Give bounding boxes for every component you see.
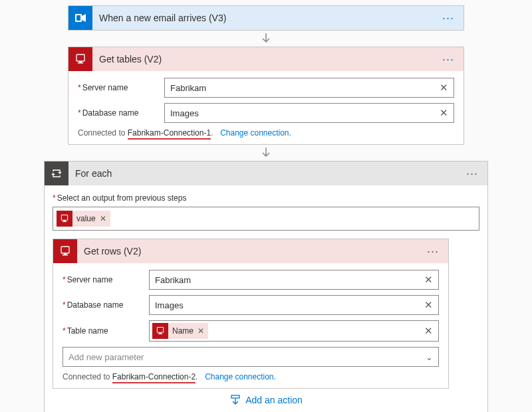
foreach-card: For each ··· *Select an output from prev… (44, 161, 488, 412)
svg-rect-14 (231, 395, 239, 398)
server-name-input[interactable]: Fabrikam ✕ (149, 270, 439, 290)
get-rows-header[interactable]: Get rows (V2) ··· (53, 239, 448, 263)
clear-icon[interactable]: ✕ (423, 299, 434, 311)
foreach-output-input[interactable]: value ✕ (53, 207, 479, 231)
svg-rect-9 (64, 253, 66, 255)
token-remove-icon[interactable]: ✕ (198, 326, 204, 336)
trigger-menu-button[interactable]: ··· (438, 11, 458, 25)
foreach-title: For each (68, 168, 462, 179)
svg-rect-5 (61, 215, 67, 221)
connection-name: Fabrikam-Connection-1 (128, 128, 211, 140)
svg-rect-10 (63, 255, 68, 256)
clear-icon[interactable]: ✕ (423, 274, 434, 286)
get-tables-card: Get tables (V2) ··· *Server name Fabrika… (68, 47, 464, 145)
sql-icon (68, 47, 92, 71)
get-rows-title: Get rows (V2) (77, 246, 423, 257)
change-connection-link[interactable]: Change connection. (220, 128, 291, 138)
table-name-input[interactable]: Name ✕ ✕ (149, 320, 439, 342)
add-action-icon (229, 394, 241, 406)
connection-info: Connected to Fabrikam-Connection-2. Chan… (63, 372, 439, 383)
get-tables-title: Get tables (V2) (92, 54, 438, 64)
get-tables-header[interactable]: Get tables (V2) ··· (68, 47, 464, 71)
loop-icon (45, 161, 68, 185)
add-parameter-dropdown[interactable]: Add new parameter ⌄ (63, 347, 439, 367)
database-name-label: *Database name (78, 108, 164, 118)
clear-icon[interactable]: ✕ (438, 107, 450, 119)
svg-rect-8 (61, 247, 69, 253)
foreach-header[interactable]: For each ··· (45, 161, 487, 185)
name-token[interactable]: Name ✕ (152, 323, 208, 339)
value-token[interactable]: value ✕ (57, 211, 110, 227)
connection-info: Connected to Fabrikam-Connection-1. Chan… (78, 128, 454, 139)
foreach-select-label: *Select an output from previous steps (53, 193, 479, 203)
trigger-title: When a new email arrives (V3) (92, 13, 438, 23)
database-name-input[interactable]: Images ✕ (149, 295, 439, 315)
database-name-input[interactable]: Images ✕ (164, 103, 454, 123)
chevron-down-icon: ⌄ (426, 352, 433, 362)
server-name-label: *Server name (78, 83, 164, 92)
server-name-input[interactable]: Fabrikam ✕ (164, 78, 454, 98)
trigger-header[interactable]: When a new email arrives (V3) ··· (68, 6, 464, 30)
table-name-label: *Table name (63, 326, 149, 336)
server-name-label: *Server name (63, 275, 149, 284)
add-action-button[interactable]: Add an action (53, 389, 479, 410)
get-rows-card: Get rows (V2) ··· *Server name Fabrikam … (53, 239, 449, 389)
svg-rect-4 (78, 62, 83, 64)
svg-rect-13 (158, 334, 162, 334)
svg-rect-3 (79, 61, 82, 62)
get-rows-menu-button[interactable]: ··· (423, 245, 443, 258)
sql-icon (57, 211, 72, 227)
svg-rect-7 (63, 221, 66, 222)
clear-icon[interactable]: ✕ (438, 82, 450, 94)
clear-icon[interactable]: ✕ (423, 325, 434, 337)
sql-icon (152, 323, 168, 339)
svg-rect-2 (76, 54, 84, 61)
database-name-label: *Database name (63, 300, 149, 310)
arrow-connector (259, 31, 273, 47)
outlook-icon (68, 6, 92, 30)
connection-name: Fabrikam-Connection-2 (112, 372, 196, 383)
svg-rect-12 (159, 332, 161, 334)
trigger-card: When a new email arrives (V3) ··· (68, 5, 464, 31)
arrow-connector (259, 145, 273, 161)
get-tables-menu-button[interactable]: ··· (438, 52, 458, 66)
foreach-menu-button[interactable]: ··· (462, 167, 482, 181)
svg-rect-11 (157, 328, 163, 333)
svg-rect-6 (63, 220, 65, 221)
token-remove-icon[interactable]: ✕ (100, 214, 106, 223)
sql-icon (53, 239, 77, 263)
svg-rect-1 (76, 15, 80, 21)
change-connection-link[interactable]: Change connection. (205, 372, 276, 381)
